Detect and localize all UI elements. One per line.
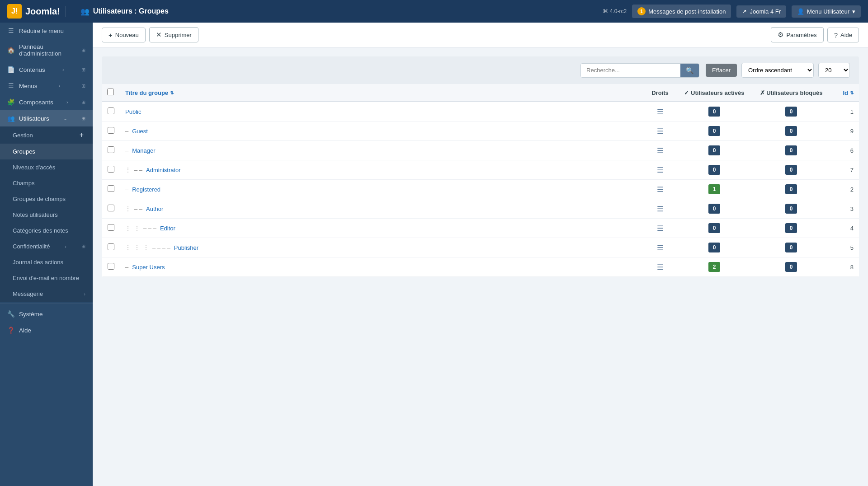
row-checkbox[interactable]	[108, 166, 114, 173]
droits-icon[interactable]: ☰	[657, 263, 663, 271]
group-name-link[interactable]: Administrator	[146, 167, 181, 173]
droits-icon[interactable]: ☰	[657, 147, 663, 154]
row-checkbox[interactable]	[108, 224, 114, 231]
row-checkbox[interactable]	[108, 205, 114, 211]
row-checkbox[interactable]	[108, 263, 114, 270]
supprimer-button[interactable]: ✕ Supprimer	[149, 27, 198, 42]
droits-icon[interactable]: ☰	[657, 108, 663, 116]
group-name-link[interactable]: Author	[146, 206, 163, 212]
per-page-select[interactable]: 5 10 15 20 25 50 100	[818, 63, 850, 78]
sidebar-item-contenus[interactable]: 📄 Contenus › ⊞	[0, 61, 93, 78]
droits-icon[interactable]: ☰	[657, 205, 663, 213]
row-actives-cell: 0	[678, 219, 750, 238]
actives-badge[interactable]: 1	[708, 184, 720, 194]
drag-handle[interactable]: ⋮	[125, 225, 131, 231]
bloques-badge[interactable]: 0	[785, 243, 797, 252]
bloques-badge[interactable]: 0	[785, 107, 797, 117]
aide-toolbar-button[interactable]: ? Aide	[827, 28, 859, 42]
joomla4-button[interactable]: ↗ Joomla 4 Fr	[736, 5, 786, 18]
sidebar-item-envoi[interactable]: Envoi d'e-mail en nombre	[0, 270, 93, 286]
group-name-link[interactable]: Registered	[132, 186, 160, 193]
sidebar-item-niveaux[interactable]: Niveaux d'accès	[0, 159, 93, 175]
group-name-link[interactable]: Super Users	[132, 264, 165, 271]
sidebar-item-categories-notes[interactable]: Catégories des notes	[0, 223, 93, 238]
sidebar-item-champs[interactable]: Champs	[0, 175, 93, 191]
sidebar-item-composants[interactable]: 🧩 Composants › ⊞	[0, 94, 93, 110]
sidebar-item-messagerie[interactable]: Messagerie ›	[0, 286, 93, 302]
table-row: – Registered☰102	[102, 180, 859, 199]
sidebar-item-panneau[interactable]: 🏠 Panneau d'administration ⊞	[0, 39, 93, 61]
notification-button[interactable]: 1 Messages de post-installation	[632, 5, 731, 18]
row-checkbox[interactable]	[108, 185, 114, 192]
sort-title-link[interactable]: Titre du groupe ⇅	[125, 89, 637, 96]
actives-badge[interactable]: 0	[708, 204, 720, 214]
sidebar-item-systeme[interactable]: 🔧 Système	[0, 306, 93, 322]
bloques-badge[interactable]: 0	[785, 223, 797, 233]
droits-icon[interactable]: ☰	[657, 244, 663, 252]
row-droits-cell: ☰	[642, 238, 678, 257]
actives-badge[interactable]: 0	[708, 145, 720, 155]
sidebar-item-gestion[interactable]: Gestion +	[0, 126, 93, 144]
sort-id-link[interactable]: Id ⇅	[837, 89, 854, 96]
sidebar-item-notes[interactable]: Notes utilisateurs	[0, 207, 93, 223]
search-input[interactable]	[581, 64, 680, 77]
group-name-link[interactable]: Public	[125, 108, 141, 115]
droits-icon[interactable]: ☰	[657, 127, 663, 135]
row-checkbox[interactable]	[108, 127, 114, 134]
actives-badge[interactable]: 0	[708, 165, 720, 175]
sidebar-item-utilisateurs[interactable]: 👥 Utilisateurs ⌄ ⊞	[0, 110, 93, 126]
bloques-badge[interactable]: 0	[785, 126, 797, 136]
drag-handle[interactable]: ⋮	[125, 206, 131, 212]
bloques-badge[interactable]: 0	[785, 204, 797, 214]
logo[interactable]: J! Joomla!	[7, 4, 60, 19]
nouveau-button[interactable]: + Nouveau	[102, 28, 146, 42]
actives-badge[interactable]: 0	[708, 223, 720, 233]
actives-badge[interactable]: 0	[708, 126, 720, 136]
clear-button[interactable]: Effacer	[706, 64, 737, 77]
actives-badge[interactable]: 0	[708, 243, 720, 252]
row-bloques-cell: 0	[750, 257, 832, 277]
drag-handle-2[interactable]: ⋮	[134, 244, 140, 251]
parametres-button[interactable]: ⚙ Paramètres	[771, 27, 823, 42]
table-row: ⋮⋮– – – Editor☰004	[102, 219, 859, 238]
droits-icon[interactable]: ☰	[657, 224, 663, 232]
drag-handle-3[interactable]: ⋮	[143, 244, 149, 251]
indent-dash: – –	[134, 167, 142, 173]
bloques-badge[interactable]: 0	[785, 165, 797, 175]
drag-handle[interactable]: ⋮	[125, 167, 131, 173]
search-button[interactable]: 🔍	[680, 64, 699, 77]
groupes-champs-label: Groupes de champs	[13, 196, 66, 202]
bloques-badge[interactable]: 0	[785, 145, 797, 155]
group-name-link[interactable]: Editor	[160, 225, 175, 232]
order-select[interactable]: Ordre ascendant Ordre descendant	[741, 63, 814, 78]
sidebar-item-groupes[interactable]: Groupes	[0, 144, 93, 159]
bloques-badge[interactable]: 0	[785, 184, 797, 194]
row-checkbox[interactable]	[108, 107, 114, 114]
select-all-checkbox[interactable]	[107, 89, 114, 95]
group-name-link[interactable]: Publisher	[174, 244, 198, 251]
bloques-badge[interactable]: 0	[785, 262, 797, 272]
actives-badge[interactable]: 2	[708, 262, 720, 272]
sidebar-item-groupes-champs[interactable]: Groupes de champs	[0, 191, 93, 207]
drag-handle[interactable]: ⋮	[125, 244, 131, 251]
row-checkbox[interactable]	[108, 146, 114, 153]
droits-icon[interactable]: ☰	[657, 166, 663, 174]
row-actives-cell: 1	[678, 180, 750, 199]
sidebar-item-confidentialite[interactable]: Confidentialité › ⊞	[0, 238, 93, 254]
table-body: Public☰001– Guest☰009– Manager☰006⋮– – A…	[102, 102, 859, 277]
group-name-link[interactable]: Manager	[132, 147, 155, 154]
sidebar-item-reduce[interactable]: ☰ Réduire le menu	[0, 23, 93, 39]
version-label: ⌘ 4.0-rc2	[603, 8, 627, 14]
drag-handle-2[interactable]: ⋮	[134, 225, 140, 231]
champs-label: Champs	[13, 180, 34, 187]
gestion-add-button[interactable]: +	[78, 131, 85, 139]
actives-badge[interactable]: 0	[708, 107, 720, 117]
droits-icon[interactable]: ☰	[657, 186, 663, 193]
sidebar-item-menus[interactable]: ☰ Menus › ⊞	[0, 78, 93, 94]
row-checkbox[interactable]	[108, 243, 114, 250]
user-menu-button[interactable]: 👤 Menu Utilisateur ▾	[792, 5, 861, 18]
sidebar-item-journal[interactable]: Journal des actions	[0, 254, 93, 270]
group-name-link[interactable]: Guest	[132, 128, 148, 135]
th-droits: Droits	[642, 84, 678, 102]
sidebar-item-aide[interactable]: ❓ Aide	[0, 322, 93, 338]
